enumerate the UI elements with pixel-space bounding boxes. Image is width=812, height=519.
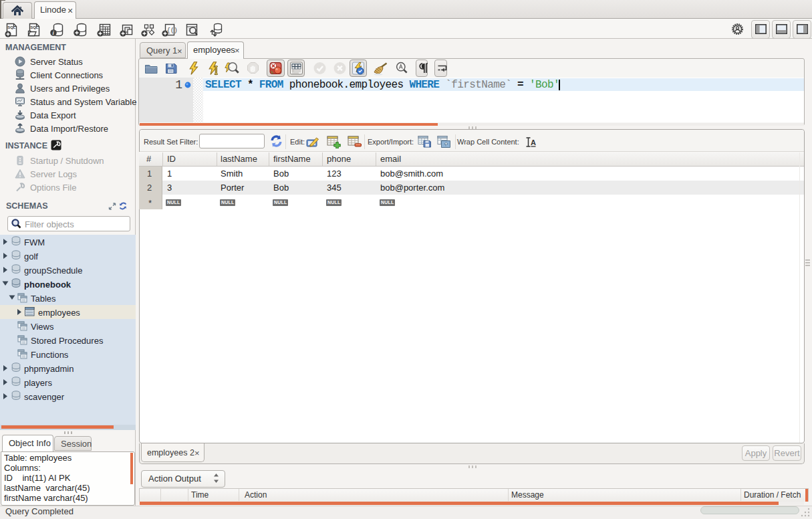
svg-text:SQL: SQL <box>7 25 16 29</box>
svg-text:{(): {() <box>167 27 178 34</box>
svg-text:SQL: SQL <box>30 25 39 29</box>
svg-text:A: A <box>531 138 536 146</box>
